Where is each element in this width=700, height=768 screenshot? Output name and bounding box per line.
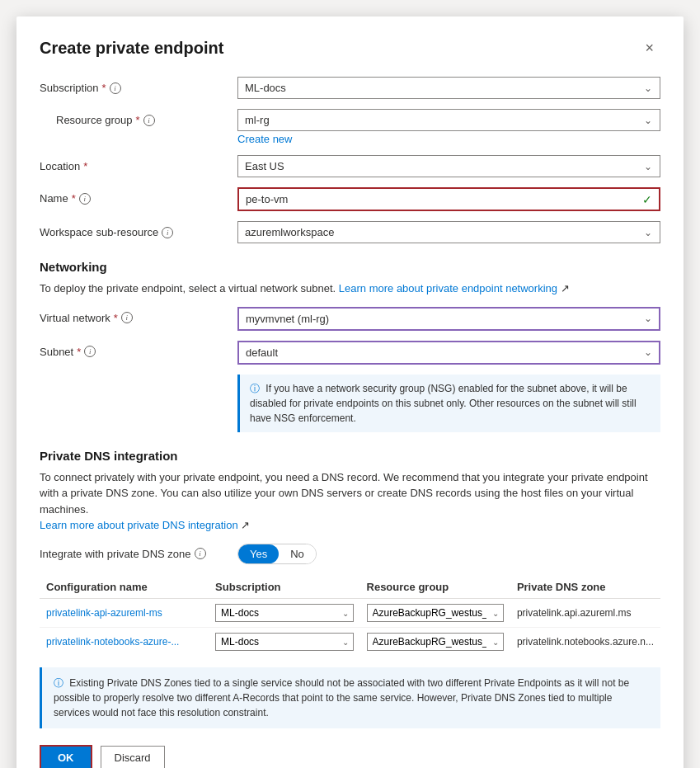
close-button[interactable]: ×: [638, 36, 660, 60]
location-row: Location * East US ⌄: [40, 155, 660, 177]
col-config-header: Configuration name: [40, 576, 209, 599]
private-dns-description: To connect privately with your private e…: [40, 469, 660, 534]
virtual-network-dropdown[interactable]: myvmvnet (ml-rg): [237, 307, 660, 331]
dns-warning-box: ⓘ Existing Private DNS Zones tied to a s…: [40, 667, 660, 728]
dns-toggle-switch[interactable]: Yes No: [237, 544, 317, 564]
row-resource-group-dropdown[interactable]: AzureBackupRG_westus_1: [367, 633, 504, 651]
subscription-label: Subscription * i: [40, 77, 237, 94]
config-name-cell: privatelink-notebooks-azure-...: [40, 627, 209, 656]
create-private-endpoint-dialog: Create private endpoint × Subscription *…: [16, 16, 684, 768]
name-row: Name * i ✓: [40, 187, 660, 211]
ok-button[interactable]: OK: [40, 745, 92, 769]
dns-zone-cell: privatelink.notebooks.azure.n...: [510, 627, 660, 656]
dns-table: Configuration name Subscription Resource…: [40, 576, 660, 656]
resource-group-row: Resource group * i ml-rg ⌄ Create new: [40, 109, 660, 145]
dns-toggle-label: Integrate with private DNS zone i: [40, 548, 237, 560]
networking-learn-more-link[interactable]: Learn more about private endpoint networ…: [339, 282, 557, 294]
discard-button[interactable]: Discard: [101, 746, 165, 769]
subnet-row: Subnet * i default ⌄: [40, 341, 660, 365]
table-row: privatelink-api-azureml-ms ML-docs ⌄ Azu…: [40, 598, 660, 627]
name-input[interactable]: [237, 187, 660, 211]
resource-group-label: Resource group * i: [40, 109, 237, 126]
subnet-dropdown-wrapper: default ⌄: [237, 341, 660, 365]
row-subscription-dropdown[interactable]: ML-docs: [215, 633, 353, 651]
subscription-dropdown[interactable]: ML-docs: [237, 77, 660, 99]
create-new-link[interactable]: Create new: [237, 133, 292, 145]
networking-description: To deploy the private endpoint, select a…: [40, 280, 660, 297]
private-dns-section-title: Private DNS integration: [40, 449, 660, 463]
subscription-row: Subscription * i ML-docs ⌄: [40, 77, 660, 99]
networking-section-title: Networking: [40, 260, 660, 274]
col-resource-group-header: Resource group: [360, 576, 510, 599]
location-label: Location *: [40, 155, 237, 172]
dialog-header: Create private endpoint ×: [40, 36, 660, 60]
col-dns-zone-header: Private DNS zone: [510, 576, 660, 599]
dns-zone-cell: privatelink.api.azureml.ms: [510, 598, 660, 627]
row-subscription-dropdown-wrapper: ML-docs ⌄: [215, 633, 353, 651]
row-subscription-dropdown-wrapper: ML-docs ⌄: [215, 604, 353, 622]
dns-integrate-info-icon[interactable]: i: [195, 548, 206, 559]
location-dropdown[interactable]: East US: [237, 155, 660, 177]
location-dropdown-wrapper: East US ⌄: [237, 155, 660, 177]
subscription-info-icon[interactable]: i: [110, 82, 121, 94]
toggle-no-button[interactable]: No: [279, 544, 316, 563]
workspace-sub-resource-label: Workspace sub-resource i: [40, 221, 237, 238]
dns-toggle-row: Integrate with private DNS zone i Yes No: [40, 544, 660, 564]
subnet-dropdown[interactable]: default: [237, 341, 660, 365]
subnet-label: Subnet * i: [40, 341, 237, 358]
virtual-network-label: Virtual network * i: [40, 307, 237, 324]
resource-group-cell: AzureBackupRG_westus_1 ⌄: [360, 627, 510, 656]
name-input-wrapper: ✓: [237, 187, 660, 211]
workspace-sub-resource-dropdown-wrapper: azuremlworkspace ⌄: [237, 221, 660, 243]
row-resource-group-dropdown-wrapper: AzureBackupRG_westus_1 ⌄: [367, 633, 504, 651]
nsg-info-circle-icon: ⓘ: [250, 383, 260, 394]
private-dns-learn-more-link[interactable]: Learn more about private DNS integration: [40, 519, 238, 531]
toggle-yes-button[interactable]: Yes: [238, 544, 279, 563]
resource-group-dropdown[interactable]: ml-rg: [237, 109, 660, 131]
name-info-icon[interactable]: i: [79, 193, 91, 205]
virtual-network-dropdown-wrapper: myvmvnet (ml-rg) ⌄: [237, 307, 660, 331]
virtual-network-row: Virtual network * i myvmvnet (ml-rg) ⌄: [40, 307, 660, 331]
config-name-cell: privatelink-api-azureml-ms: [40, 598, 209, 627]
workspace-sub-resource-row: Workspace sub-resource i azuremlworkspac…: [40, 221, 660, 243]
resource-group-cell: AzureBackupRG_westus_1 ⌄: [360, 598, 510, 627]
subscription-cell: ML-docs ⌄: [209, 598, 359, 627]
row-resource-group-dropdown-wrapper: AzureBackupRG_westus_1 ⌄: [367, 604, 504, 622]
warning-info-circle-icon: ⓘ: [54, 677, 63, 689]
button-row: OK Discard: [40, 745, 660, 769]
subnet-info-icon[interactable]: i: [84, 346, 96, 357]
col-subscription-header: Subscription: [209, 576, 359, 599]
dialog-title: Create private endpoint: [40, 39, 223, 58]
subscription-cell: ML-docs ⌄: [209, 627, 359, 656]
table-row: privatelink-notebooks-azure-... ML-docs …: [40, 627, 660, 656]
resource-group-dropdown-wrapper: ml-rg ⌄: [237, 109, 660, 131]
workspace-sub-resource-dropdown[interactable]: azuremlworkspace: [237, 221, 660, 243]
row-resource-group-dropdown[interactable]: AzureBackupRG_westus_1: [367, 604, 504, 622]
name-check-icon: ✓: [642, 193, 652, 206]
resource-group-info-icon[interactable]: i: [143, 115, 155, 126]
name-label: Name * i: [40, 187, 237, 205]
nsg-info-box: ⓘ If you have a network security group (…: [237, 375, 660, 432]
subscription-dropdown-wrapper: ML-docs ⌄: [237, 77, 660, 99]
workspace-sub-resource-info-icon[interactable]: i: [162, 227, 173, 238]
virtual-network-info-icon[interactable]: i: [121, 312, 133, 323]
row-subscription-dropdown[interactable]: ML-docs: [215, 604, 353, 622]
